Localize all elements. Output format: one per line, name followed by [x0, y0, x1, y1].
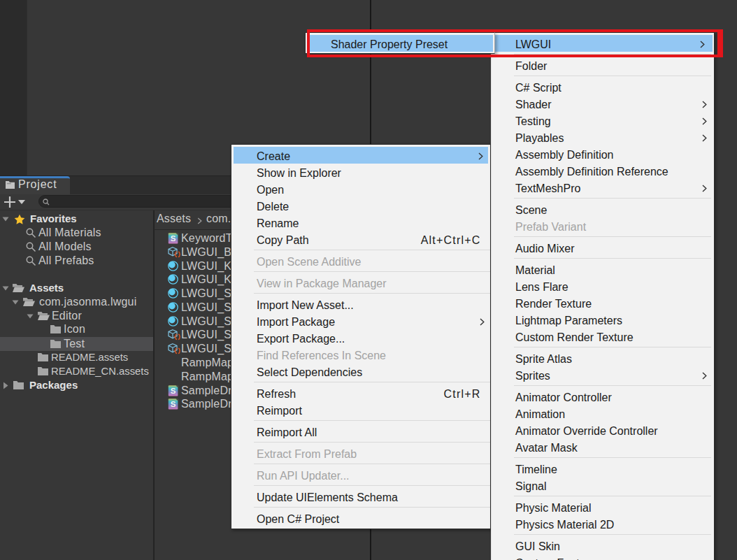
svg-text:S: S	[171, 234, 176, 243]
svg-text:S: S	[171, 387, 176, 395]
svg-text:S: S	[171, 401, 176, 409]
